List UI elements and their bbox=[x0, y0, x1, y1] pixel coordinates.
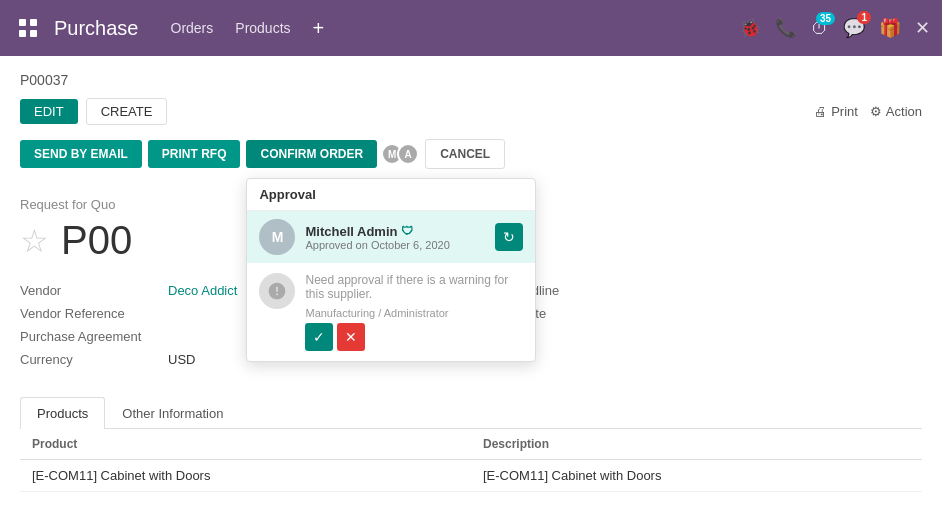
svg-rect-1 bbox=[30, 19, 37, 26]
svg-rect-3 bbox=[30, 30, 37, 37]
approval-warning-content: Need approval if there is a warning for … bbox=[305, 273, 523, 351]
phone-icon[interactable]: 📞 bbox=[775, 17, 797, 39]
approval-user-name: Mitchell Admin 🛡 bbox=[305, 224, 485, 239]
order-deadline-field-row: Order Deadline bbox=[471, 279, 922, 302]
approval-user-row: M Mitchell Admin 🛡 Approved on October 6… bbox=[247, 211, 535, 263]
table-header-row: Product Description bbox=[20, 429, 922, 460]
confirm-order-group: CONFIRM ORDER M A Approval M Mitchell Ad… bbox=[246, 140, 419, 168]
cell-description: [E-COM11] Cabinet with Doors bbox=[471, 460, 922, 492]
col-product: Product bbox=[20, 429, 471, 460]
products-table: Product Description [E-COM11] Cabinet wi… bbox=[20, 429, 922, 492]
action-bar-right: 🖨 Print ⚙ Action bbox=[814, 104, 922, 119]
purchase-agreement-label: Purchase Agreement bbox=[20, 329, 160, 344]
approval-dropdown: Approval M Mitchell Admin 🛡 Approved on … bbox=[246, 178, 536, 362]
app-title: Purchase bbox=[54, 17, 139, 40]
table-body: [E-COM11] Cabinet with Doors [E-COM11] C… bbox=[20, 460, 922, 492]
add-menu-button[interactable]: + bbox=[305, 15, 333, 42]
print-rfq-button[interactable]: PRINT RFQ bbox=[148, 140, 241, 168]
gear-icon: ⚙ bbox=[870, 104, 882, 119]
approval-user-info: Mitchell Admin 🛡 Approved on October 6, … bbox=[305, 224, 485, 251]
shield-icon: 🛡 bbox=[401, 224, 413, 238]
cell-product: [E-COM11] Cabinet with Doors bbox=[20, 460, 471, 492]
gift-icon[interactable]: 🎁 bbox=[879, 17, 901, 39]
tab-other-information[interactable]: Other Information bbox=[105, 397, 240, 429]
timer-badge: 35 bbox=[816, 12, 835, 25]
create-button[interactable]: CREATE bbox=[86, 98, 168, 125]
tabs-bar: Products Other Information bbox=[20, 397, 922, 429]
tab-products[interactable]: Products bbox=[20, 397, 105, 429]
currency-value[interactable]: USD bbox=[168, 352, 195, 367]
chat-badge: 1 bbox=[857, 11, 871, 24]
approve-button[interactable]: ✓ bbox=[305, 323, 333, 351]
receipt-date-field-row: Receipt Date bbox=[471, 302, 922, 325]
action-button[interactable]: ⚙ Action bbox=[870, 104, 922, 119]
approval-warning-role: Manufacturing / Administrator bbox=[305, 307, 523, 319]
send-by-email-button[interactable]: SEND BY EMAIL bbox=[20, 140, 142, 168]
currency-label: Currency bbox=[20, 352, 160, 367]
top-menu: Orders Products + bbox=[163, 15, 333, 42]
confirm-order-button[interactable]: CONFIRM ORDER bbox=[246, 140, 377, 168]
vendor-label: Vendor bbox=[20, 283, 160, 298]
bug-icon[interactable]: 🐞 bbox=[739, 17, 761, 39]
nav-products[interactable]: Products bbox=[227, 16, 298, 40]
grid-menu-icon[interactable] bbox=[12, 12, 44, 44]
print-button[interactable]: 🖨 Print bbox=[814, 104, 858, 119]
approval-user-avatar: M bbox=[259, 219, 295, 255]
chat-icon[interactable]: 💬 1 bbox=[843, 17, 865, 39]
approval-action-buttons: ✓ ✕ bbox=[305, 323, 523, 351]
top-navigation: Purchase Orders Products + 🐞 📞 ⏱ 35 💬 1 … bbox=[0, 0, 942, 56]
approval-warning-avatar bbox=[259, 273, 295, 309]
nav-orders[interactable]: Orders bbox=[163, 16, 222, 40]
approval-refresh-button[interactable]: ↻ bbox=[495, 223, 523, 251]
svg-rect-2 bbox=[19, 30, 26, 37]
approval-avatars: M A bbox=[381, 143, 419, 165]
reject-button[interactable]: ✕ bbox=[337, 323, 365, 351]
edit-button[interactable]: EDIT bbox=[20, 99, 78, 124]
workflow-bar: SEND BY EMAIL PRINT RFQ CONFIRM ORDER M … bbox=[20, 139, 922, 169]
main-content: P00037 EDIT CREATE 🖨 Print ⚙ Action SEND… bbox=[0, 56, 942, 528]
user-menu-icon[interactable]: ✕ bbox=[915, 17, 930, 39]
avatar-2: A bbox=[397, 143, 419, 165]
approval-approved-date: Approved on October 6, 2020 bbox=[305, 239, 485, 251]
approval-warning-message: Need approval if there is a warning for … bbox=[305, 273, 523, 301]
document-number: P00037 bbox=[20, 72, 922, 88]
svg-rect-0 bbox=[19, 19, 26, 26]
action-bar: EDIT CREATE 🖨 Print ⚙ Action bbox=[20, 98, 922, 125]
print-icon: 🖨 bbox=[814, 104, 827, 119]
form-fields-right: Order Deadline Receipt Date bbox=[471, 279, 922, 371]
vendor-value[interactable]: Deco Addict bbox=[168, 283, 237, 298]
vendor-ref-label: Vendor Reference bbox=[20, 306, 160, 321]
cancel-button[interactable]: CANCEL bbox=[425, 139, 505, 169]
timer-icon[interactable]: ⏱ 35 bbox=[811, 18, 829, 39]
approval-warning-row: Need approval if there is a warning for … bbox=[247, 263, 535, 361]
approval-header: Approval bbox=[247, 179, 535, 211]
table-row[interactable]: [E-COM11] Cabinet with Doors [E-COM11] C… bbox=[20, 460, 922, 492]
col-description: Description bbox=[471, 429, 922, 460]
topnav-right-icons: 🐞 📞 ⏱ 35 💬 1 🎁 ✕ bbox=[739, 17, 930, 39]
star-icon[interactable]: ☆ bbox=[20, 222, 49, 260]
